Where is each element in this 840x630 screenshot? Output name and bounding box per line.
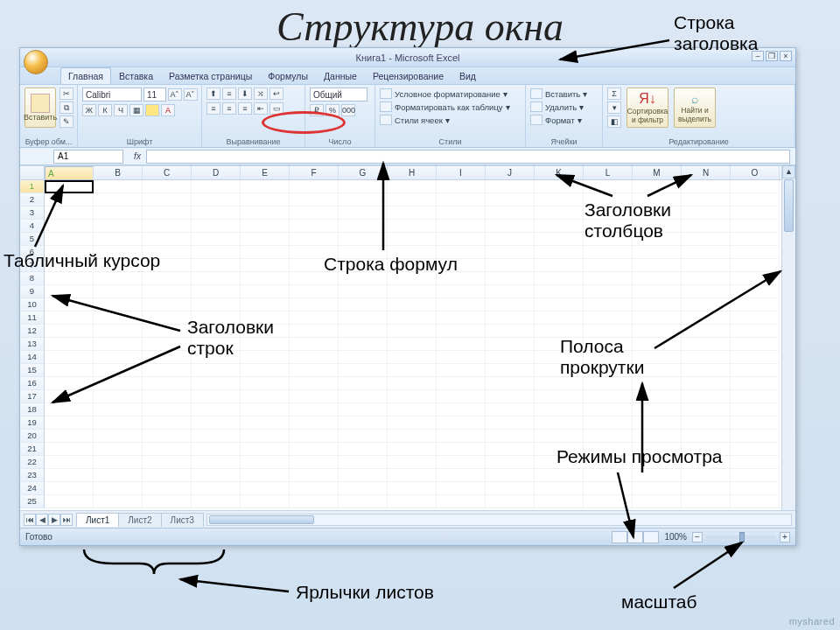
cell[interactable]	[94, 233, 143, 246]
cell[interactable]	[388, 193, 437, 206]
cell[interactable]	[535, 193, 584, 206]
cell[interactable]	[241, 285, 290, 298]
cell[interactable]	[241, 193, 290, 206]
cell[interactable]	[192, 443, 241, 456]
cell[interactable]	[290, 430, 339, 443]
cell[interactable]	[682, 416, 731, 430]
cell[interactable]	[633, 430, 682, 443]
cell[interactable]	[486, 443, 535, 456]
cell[interactable]	[45, 403, 94, 416]
cell[interactable]	[633, 377, 682, 390]
cell[interactable]	[486, 325, 535, 338]
percent-icon[interactable]: %	[326, 104, 340, 116]
cell[interactable]	[388, 364, 437, 377]
fill-color-icon[interactable]	[145, 104, 159, 116]
cell[interactable]	[535, 220, 584, 233]
cut-icon[interactable]: ✂	[60, 88, 74, 100]
cell[interactable]	[143, 443, 192, 456]
cell[interactable]	[682, 246, 731, 259]
cell[interactable]	[388, 416, 437, 430]
cell[interactable]	[731, 338, 780, 351]
cell[interactable]	[290, 233, 339, 246]
sheet-tab-2[interactable]: Лист2	[118, 513, 161, 527]
cell[interactable]	[45, 233, 94, 246]
sort-filter-button[interactable]: Я↓ Сортировка и фильтр	[626, 88, 668, 128]
cell[interactable]	[192, 298, 241, 312]
cell[interactable]	[682, 338, 731, 351]
sheet-tab-3[interactable]: Лист3	[161, 513, 204, 527]
cell[interactable]	[437, 443, 486, 456]
cell[interactable]	[290, 390, 339, 403]
tab-view[interactable]: Вид	[452, 67, 484, 84]
view-normal-icon[interactable]	[612, 531, 627, 543]
cell[interactable]	[290, 193, 339, 206]
cell[interactable]	[143, 430, 192, 443]
scroll-up-arrow[interactable]: ▲	[782, 165, 795, 178]
cell[interactable]	[241, 495, 290, 508]
cell[interactable]	[143, 193, 192, 206]
row-header[interactable]: 25	[20, 495, 45, 508]
cell[interactable]	[290, 220, 339, 233]
cond-format-button[interactable]: Условное форматирование▾	[380, 88, 508, 100]
cell[interactable]	[437, 430, 486, 443]
cell[interactable]	[290, 285, 339, 298]
row-header[interactable]: 22	[20, 456, 45, 469]
cell[interactable]	[437, 298, 486, 312]
col-header[interactable]: H	[388, 166, 437, 179]
cell[interactable]	[486, 272, 535, 285]
cell[interactable]	[94, 338, 143, 351]
cell[interactable]	[731, 325, 780, 338]
col-header[interactable]: M	[633, 166, 682, 179]
col-header[interactable]: O	[731, 166, 780, 179]
cell[interactable]	[143, 272, 192, 285]
cell[interactable]	[290, 206, 339, 220]
cell[interactable]	[535, 180, 584, 193]
cell[interactable]	[94, 456, 143, 469]
cell[interactable]	[192, 403, 241, 416]
cells-format-button[interactable]: Формат▾	[530, 114, 582, 126]
cell[interactable]	[143, 180, 192, 193]
cell[interactable]	[486, 233, 535, 246]
orient-icon[interactable]: ⤭	[254, 88, 268, 100]
cell[interactable]	[143, 312, 192, 325]
cell[interactable]	[241, 443, 290, 456]
row-header[interactable]: 20	[20, 430, 45, 443]
cell[interactable]	[535, 312, 584, 325]
cell[interactable]	[339, 469, 388, 482]
cell[interactable]	[241, 233, 290, 246]
cell[interactable]	[94, 482, 143, 495]
cell[interactable]	[45, 416, 94, 430]
cell[interactable]	[486, 430, 535, 443]
cell[interactable]	[682, 220, 731, 233]
cell[interactable]	[94, 193, 143, 206]
zoom-knob[interactable]	[739, 532, 745, 542]
cell[interactable]	[388, 312, 437, 325]
row-header[interactable]: 10	[20, 298, 45, 312]
cell[interactable]	[192, 285, 241, 298]
indent-dec-icon[interactable]: ⇤	[254, 102, 268, 115]
zoom-out-button[interactable]: −	[692, 532, 703, 542]
row-header[interactable]: 11	[20, 312, 45, 325]
cell[interactable]	[45, 193, 94, 206]
cell[interactable]	[682, 259, 731, 272]
cell[interactable]	[731, 180, 780, 193]
cell[interactable]	[731, 272, 780, 285]
maximize-button[interactable]: ❐	[766, 51, 778, 61]
cell[interactable]	[535, 495, 584, 508]
cell[interactable]	[486, 246, 535, 259]
cell[interactable]	[584, 495, 633, 508]
cell[interactable]	[290, 180, 339, 193]
cell[interactable]	[486, 469, 535, 482]
cell[interactable]	[290, 495, 339, 508]
row-header[interactable]: 9	[20, 285, 45, 298]
cell[interactable]	[486, 220, 535, 233]
cell[interactable]	[437, 312, 486, 325]
row-header[interactable]: 23	[20, 469, 45, 482]
cell[interactable]	[535, 285, 584, 298]
cell[interactable]	[192, 469, 241, 482]
paste-button[interactable]: Вставить	[24, 88, 56, 128]
cell[interactable]	[437, 482, 486, 495]
tab-data[interactable]: Данные	[316, 67, 365, 84]
font-size-select[interactable]: 11	[144, 88, 166, 102]
cell[interactable]	[584, 246, 633, 259]
